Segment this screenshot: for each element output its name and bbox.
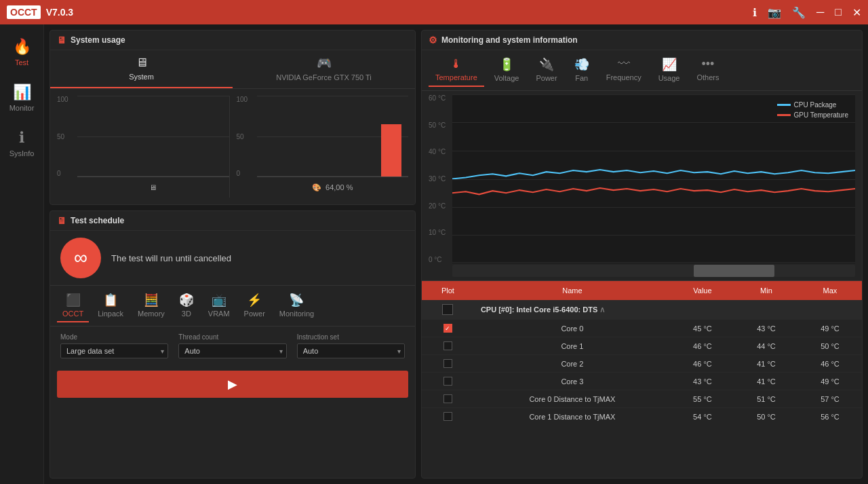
left-panel: 🖥 System usage 🖥 System 🎮 NVIDIA GeForce… bbox=[50, 30, 416, 479]
occt-tab-label: OCCT bbox=[62, 310, 83, 318]
system-bottom-icon: 🖥 bbox=[149, 183, 157, 191]
tab-linpack[interactable]: 📋 Linpack bbox=[92, 289, 129, 322]
gpu-label-100: 100 bbox=[237, 96, 257, 103]
core0dist-checkbox[interactable] bbox=[443, 394, 452, 403]
core1dist-name: Core 1 Distance to TjMAX bbox=[474, 408, 671, 424]
3d-tab-label: 3D bbox=[182, 310, 191, 318]
legend-cpu-color bbox=[777, 104, 791, 106]
monitor-tab-power[interactable]: 🔌 Power bbox=[529, 54, 564, 87]
monitor-tab-others[interactable]: ••• Others bbox=[690, 54, 726, 87]
others-tab-label: Others bbox=[696, 73, 719, 81]
table-row: Core 0 45 °C 43 °C 49 °C bbox=[422, 320, 862, 337]
tab-monitoring[interactable]: 📡 Monitoring bbox=[274, 289, 319, 322]
tab-memory[interactable]: 🧮 Memory bbox=[132, 289, 170, 322]
occt-tab-icon: ⬛ bbox=[66, 293, 81, 308]
group-checkbox[interactable] bbox=[442, 304, 453, 315]
system-chart-labels: 100 50 0 bbox=[57, 96, 77, 177]
core1-checkbox[interactable] bbox=[443, 341, 452, 350]
test-message: The test will run until cancelled bbox=[111, 253, 231, 263]
monitor-tab-voltage[interactable]: 🔋 Voltage bbox=[488, 54, 526, 87]
mode-select[interactable]: Large data set Small data set Huge data … bbox=[60, 343, 168, 358]
gpu-bar bbox=[381, 124, 401, 176]
3d-tab-icon: 🎲 bbox=[179, 293, 194, 308]
mode-select-wrapper: Large data set Small data set Huge data … bbox=[60, 343, 168, 358]
monitor-tab-temperature[interactable]: 🌡 Temperature bbox=[429, 54, 484, 87]
core0-checkbox-cell[interactable] bbox=[422, 320, 474, 337]
option-mode: Mode Large data set Small data set Huge … bbox=[60, 333, 168, 358]
core2-min: 41 °C bbox=[734, 355, 798, 373]
infinity-icon: ∞ bbox=[60, 238, 101, 278]
memory-tab-label: Memory bbox=[138, 310, 165, 318]
tab-vram[interactable]: 📺 VRAM bbox=[203, 289, 235, 322]
legend-cpu-label: CPU Package bbox=[794, 101, 837, 109]
temp-tab-label: Temperature bbox=[435, 73, 477, 81]
core2-checkbox[interactable] bbox=[443, 359, 452, 368]
core2-checkbox-cell[interactable] bbox=[422, 355, 474, 373]
monitor-tab-usage[interactable]: 📈 Usage bbox=[652, 54, 687, 87]
group-checkbox-cell[interactable] bbox=[422, 300, 474, 320]
sidebar-sysinfo-label: SysInfo bbox=[9, 149, 35, 157]
usage-tab-gpu[interactable]: 🎮 NVIDIA GeForce GTX 750 Ti bbox=[233, 50, 415, 88]
core1dist-checkbox[interactable] bbox=[443, 412, 452, 421]
info-icon[interactable]: ℹ bbox=[753, 6, 757, 19]
temp-tab-icon: 🌡 bbox=[450, 57, 462, 71]
tab-3d[interactable]: 🎲 3D bbox=[174, 289, 199, 322]
legend-gpu-color bbox=[777, 114, 791, 116]
sidebar-item-test[interactable]: 🔥 Test bbox=[0, 31, 43, 73]
monitoring-panel: ⚙ Monitoring and system information 🌡 Te… bbox=[421, 30, 863, 479]
usage-tab-label: Usage bbox=[658, 74, 680, 82]
core1-checkbox-cell[interactable] bbox=[422, 337, 474, 355]
core3-max: 49 °C bbox=[798, 373, 862, 390]
sidebar-item-monitor[interactable]: 📊 Monitor bbox=[0, 77, 43, 119]
temp-chart-inner: 60 °C 50 °C 40 °C 30 °C 20 °C 10 °C 0 °C bbox=[429, 94, 855, 277]
temp-grid-5 bbox=[452, 235, 855, 236]
vram-tab-icon: 📺 bbox=[212, 293, 226, 308]
right-panel: ⚙ Monitoring and system information 🌡 Te… bbox=[421, 30, 863, 479]
temp-scrollbar[interactable] bbox=[452, 265, 855, 277]
y-label-50: 50 °C bbox=[429, 122, 452, 129]
instruction-set-select[interactable]: Auto SSE AVX bbox=[297, 343, 405, 358]
minimize-button[interactable]: ─ bbox=[816, 6, 824, 18]
core3-checkbox-cell[interactable] bbox=[422, 373, 474, 390]
monitoring-tab-label: Monitoring bbox=[279, 310, 314, 318]
core1dist-max: 56 °C bbox=[798, 408, 862, 424]
freq-tab-label: Frequency bbox=[606, 73, 642, 81]
table-row: Core 1 46 °C 44 °C 50 °C bbox=[422, 337, 862, 355]
gpu-bottom-icon: 🎨 bbox=[312, 183, 321, 192]
tab-power[interactable]: ⚡ Power bbox=[239, 289, 271, 322]
collapse-button[interactable]: ∧ bbox=[599, 305, 606, 314]
usage-tab-system[interactable]: 🖥 System bbox=[50, 50, 233, 88]
core2-value: 46 °C bbox=[671, 355, 734, 373]
settings-icon[interactable]: 🔧 bbox=[792, 6, 806, 19]
main-layout: 🔥 Test 📊 Monitor ℹ SysInfo 🖥 System usag… bbox=[0, 24, 868, 484]
maximize-button[interactable]: □ bbox=[835, 6, 842, 18]
core1dist-checkbox-cell[interactable] bbox=[422, 408, 474, 424]
thread-count-select[interactable]: Auto 1 2 4 bbox=[178, 343, 286, 358]
temp-grid-6 bbox=[452, 262, 855, 263]
monitor-tab-frequency[interactable]: 〰 Frequency bbox=[599, 54, 648, 87]
screenshot-icon[interactable]: 📷 bbox=[768, 6, 781, 19]
power-tab-icon: ⚡ bbox=[247, 293, 262, 308]
mode-label: Mode bbox=[60, 333, 168, 341]
core1dist-value: 54 °C bbox=[671, 408, 734, 424]
play-button[interactable]: ▶ bbox=[57, 371, 408, 398]
option-instruction-set: Instruction set Auto SSE AVX bbox=[297, 333, 405, 358]
others-tab-icon: ••• bbox=[701, 57, 714, 71]
table-row: Core 3 43 °C 41 °C 49 °C bbox=[422, 373, 862, 390]
content-area: 🖥 System usage 🖥 System 🎮 NVIDIA GeForce… bbox=[44, 24, 868, 484]
data-table-scroll[interactable]: Plot Name Value Min Max bbox=[422, 281, 862, 424]
monitor-tab-fan[interactable]: 💨 Fan bbox=[568, 54, 596, 87]
core0-value: 45 °C bbox=[671, 320, 734, 337]
system-usage-header: 🖥 System usage bbox=[50, 31, 415, 50]
temp-grid-3 bbox=[452, 179, 855, 180]
system-chart-bottom: 🖥 bbox=[77, 177, 229, 198]
sidebar-item-sysinfo[interactable]: ℹ SysInfo bbox=[0, 122, 43, 164]
core0-checkbox[interactable] bbox=[443, 324, 452, 333]
close-button[interactable]: ✕ bbox=[852, 6, 861, 19]
core3-checkbox[interactable] bbox=[443, 377, 452, 386]
tab-occt[interactable]: ⬛ OCCT bbox=[57, 289, 89, 322]
test-schedule-panel: 🖥 Test schedule ∞ The test will run unti… bbox=[50, 210, 416, 479]
charts-area: 100 50 0 🖥 bbox=[50, 89, 415, 204]
core0dist-checkbox-cell[interactable] bbox=[422, 390, 474, 408]
scrollbar-thumb[interactable] bbox=[694, 265, 774, 277]
